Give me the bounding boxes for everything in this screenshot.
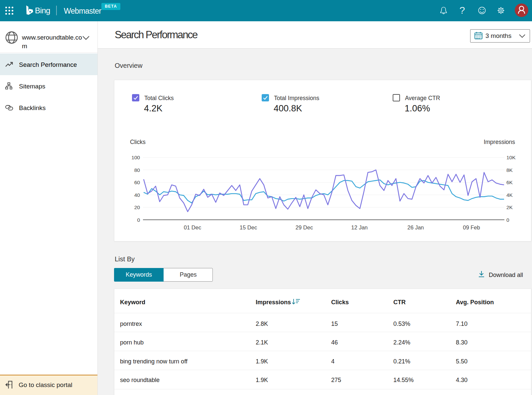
svg-text:0: 0 <box>506 217 509 223</box>
svg-text:60: 60 <box>134 180 140 185</box>
svg-text:8K: 8K <box>506 167 513 173</box>
svg-text:4K: 4K <box>506 192 513 198</box>
svg-text:26 Jan: 26 Jan <box>407 224 424 230</box>
svg-text:12 Jan: 12 Jan <box>351 224 368 230</box>
svg-text:15 Dec: 15 Dec <box>240 224 257 230</box>
svg-text:40: 40 <box>134 192 140 198</box>
svg-text:80: 80 <box>134 167 140 173</box>
svg-text:100: 100 <box>131 155 140 160</box>
svg-text:0: 0 <box>137 217 140 223</box>
svg-text:10K: 10K <box>506 155 516 160</box>
svg-text:6K: 6K <box>506 180 513 185</box>
svg-text:2K: 2K <box>506 204 513 210</box>
svg-text:01 Dec: 01 Dec <box>184 224 201 230</box>
svg-text:20: 20 <box>134 204 140 210</box>
svg-text:09 Feb: 09 Feb <box>463 224 480 230</box>
svg-text:29 Dec: 29 Dec <box>296 224 313 230</box>
svg-text:?: ? <box>460 5 465 16</box>
